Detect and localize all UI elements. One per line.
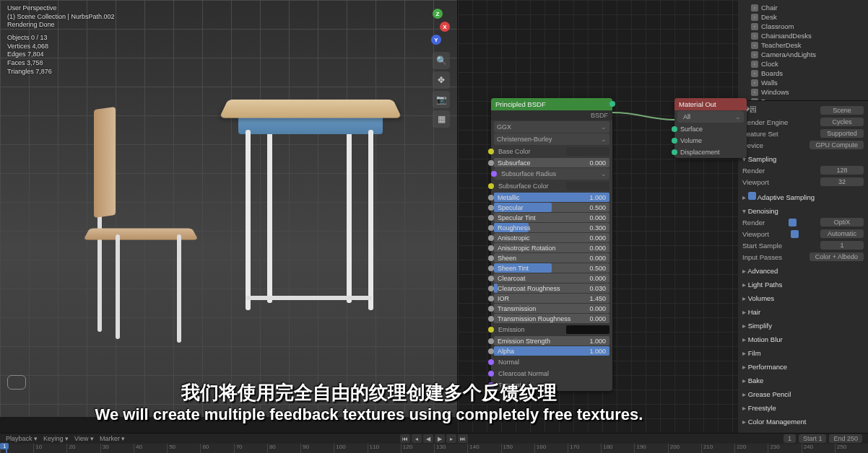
render-engine-dropdown[interactable]: Cycles: [820, 118, 864, 126]
outliner[interactable]: ▫Chair▫Desk▫Classroom▫ChairsandDesks▫Tea…: [738, 0, 868, 101]
outliner-item[interactable]: ▫ChairsandDesks: [741, 31, 865, 40]
shader-slider-metallic[interactable]: Metallic1.000: [494, 193, 609, 202]
end-frame-field[interactable]: End 250: [829, 434, 862, 443]
next-key-icon: ▸: [446, 434, 456, 443]
output-socket-surface[interactable]: Surface: [674, 123, 747, 135]
panel-section[interactable]: Film: [742, 348, 864, 359]
panel-section[interactable]: Light Paths: [742, 279, 864, 290]
outliner-item[interactable]: ▫Desk: [741, 12, 865, 22]
shader-input-subsurface-radius[interactable]: Subsurface Radius: [494, 168, 609, 180]
play-icon: ▶: [435, 434, 445, 443]
play-reverse-icon: ◀: [423, 434, 433, 443]
shader-slider-sheen[interactable]: Sheen0.000: [494, 253, 609, 263]
outliner-item[interactable]: ▫Boards: [741, 69, 865, 78]
shader-slider-anisotropic-rotation[interactable]: Anisotropic Rotation0.000: [494, 243, 609, 252]
panel-section[interactable]: Color Management: [742, 416, 864, 427]
node-title: Material Out: [674, 98, 747, 110]
adaptive-checkbox[interactable]: [748, 192, 756, 200]
feature-set-dropdown[interactable]: Supported: [820, 129, 864, 138]
shader-input-subsurface-color[interactable]: Subsurface Color: [491, 180, 612, 192]
shader-slider-subsurface[interactable]: Subsurface0.000: [494, 158, 609, 167]
shader-input-clearcoat-normal[interactable]: Clearcoat Normal: [491, 368, 612, 379]
output-socket-displacement[interactable]: Displacement: [674, 146, 747, 158]
shader-slider-alpha[interactable]: Alpha1.000: [494, 346, 609, 356]
output-socket-volume[interactable]: Volume: [674, 135, 747, 146]
shader-slider-specular[interactable]: Specular0.500: [494, 203, 609, 212]
outliner-item[interactable]: ▫Windows: [741, 87, 865, 97]
outliner-item[interactable]: ▫Chair: [741, 3, 865, 12]
zoom-icon[interactable]: 🔍: [433, 52, 450, 69]
principled-bsdf-node[interactable]: Principled BSDF BSDF GGX Christensen-Bur…: [491, 98, 612, 391]
shader-slider-transmission-roughness[interactable]: Transmission Roughness0.000: [494, 314, 609, 323]
sss-method-dropdown[interactable]: Christensen-Burley: [494, 133, 609, 145]
jump-start-icon: ⏮: [400, 434, 410, 443]
nav-gizmo[interactable]: X Z Y: [411, 7, 450, 46]
timeline-menu-item[interactable]: Playback ▾: [6, 435, 38, 442]
outliner-item[interactable]: ▫TeacherDesk: [741, 40, 865, 50]
render-samples-field[interactable]: 128: [820, 166, 864, 175]
shader-slider-anisotropic[interactable]: Anisotropic0.000: [494, 233, 609, 242]
prev-key-icon: ◂: [412, 434, 422, 443]
shader-slider-specular-tint[interactable]: Specular Tint0.000: [494, 213, 609, 222]
move-icon[interactable]: ✥: [433, 71, 450, 89]
viewport-stats: User Perspective (1) Scene Collection | …: [7, 4, 114, 76]
playback-controls[interactable]: ⏮◂◀▶▸⏭: [400, 434, 468, 443]
material-output-node[interactable]: Material Out All SurfaceVolumeDisplaceme…: [674, 98, 747, 158]
panel-section[interactable]: Volumes: [742, 293, 864, 304]
timeline[interactable]: Playback ▾Keying ▾View ▾Marker ▾ ⏮◂◀▶▸⏭ …: [0, 433, 868, 453]
shader-input-base-color[interactable]: Base Color: [491, 146, 612, 157]
viewport-samples-field[interactable]: 32: [820, 177, 864, 186]
video-subtitles: 我们将使用完全自由的纹理创建多个反馈纹理 We will create mult…: [0, 380, 738, 424]
current-frame-field[interactable]: 1: [784, 434, 796, 443]
distribution-dropdown[interactable]: GGX: [494, 121, 609, 133]
shader-input-normal[interactable]: Normal: [491, 356, 612, 368]
scene-objects: [79, 87, 397, 361]
3d-viewport[interactable]: User Perspective (1) Scene Collection | …: [0, 0, 458, 417]
shader-slider-roughness[interactable]: Roughness0.300: [494, 223, 609, 232]
panel-section[interactable]: Simplify: [742, 320, 864, 331]
panel-section[interactable]: Grease Pencil: [742, 389, 864, 400]
timeline-menu-item[interactable]: View ▾: [74, 435, 94, 442]
outliner-item[interactable]: ▫Classroom: [741, 22, 865, 31]
shader-slider-clearcoat-roughness[interactable]: Clearcoat Roughness0.030: [494, 283, 609, 293]
timeline-menu-item[interactable]: Keying ▾: [43, 435, 69, 442]
timeline-ruler[interactable]: 0102030405060708090100110120130140150160…: [0, 444, 868, 453]
panel-section[interactable]: Motion Blur: [742, 334, 864, 345]
outliner-item[interactable]: ▫CameraAndLights: [741, 50, 865, 59]
perspective-icon[interactable]: ▦: [433, 110, 450, 128]
jump-end-icon: ⏭: [458, 434, 468, 443]
shader-input-emission[interactable]: Emission: [491, 324, 612, 335]
shader-slider-ior[interactable]: IOR1.450: [494, 294, 609, 303]
panel-section[interactable]: Advanced: [742, 265, 864, 276]
panel-section[interactable]: Performance: [742, 361, 864, 372]
panel-section[interactable]: Hair: [742, 307, 864, 317]
shader-slider-transmission[interactable]: Transmission0.000: [494, 304, 609, 313]
node-title: Principled BSDF: [491, 98, 612, 110]
timeline-menu-item[interactable]: Marker ▾: [100, 435, 126, 442]
outliner-item[interactable]: ▫Walls: [741, 78, 865, 87]
shader-slider-sheen-tint[interactable]: Sheen Tint0.500: [494, 263, 609, 273]
shader-node-editor[interactable]: Name Material Output Label ▸ ■ Color ▸ P…: [458, 0, 738, 433]
playhead[interactable]: [6, 444, 7, 453]
camera-icon[interactable]: 📷: [433, 91, 450, 108]
properties-panel[interactable]: �园Scene Render EngineCycles Feature SetS…: [738, 101, 868, 433]
panel-section[interactable]: Freestyle: [742, 403, 864, 413]
device-dropdown[interactable]: GPU Compute: [810, 141, 864, 149]
panel-section[interactable]: Bake: [742, 375, 864, 386]
shader-slider-clearcoat[interactable]: Clearcoat0.000: [494, 273, 609, 283]
shader-slider-emission-strength[interactable]: Emission Strength1.000: [494, 336, 609, 346]
outliner-item[interactable]: ▫Clock: [741, 59, 865, 69]
target-dropdown[interactable]: All: [677, 111, 744, 123]
start-frame-field[interactable]: Start 1: [799, 434, 827, 443]
